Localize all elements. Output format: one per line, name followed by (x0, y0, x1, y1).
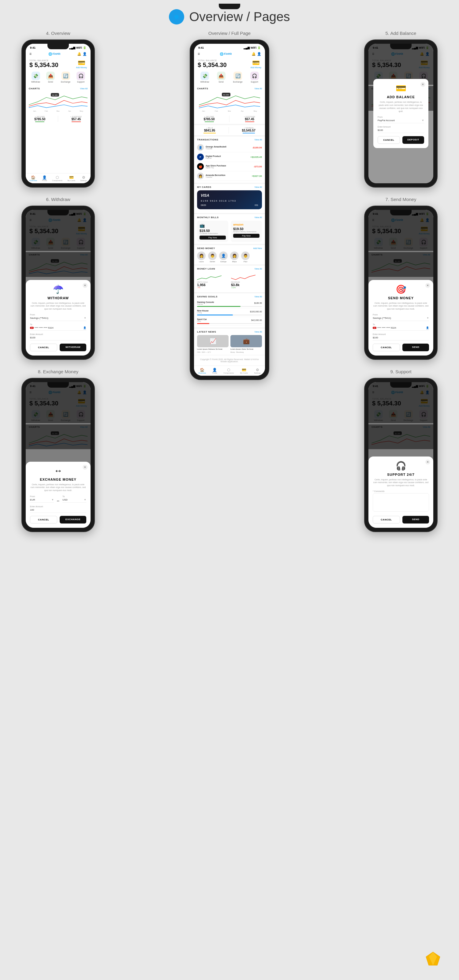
exchange-action[interactable]: 🔄 Exchange (61, 72, 70, 83)
cancel-button-sm[interactable]: CANCEL (373, 344, 400, 351)
card-number: 8156 9624 0018 1753 (201, 199, 258, 202)
battery-icon: 🔋 (83, 46, 86, 49)
exchange-currency-row: From EUR ▼ ↔ To (30, 495, 86, 503)
cancel-button-w[interactable]: CANCEL (30, 344, 57, 351)
news-items: 📈 Lorem Ipsum Delivere Sit Amet CNN · 20… (197, 335, 262, 353)
send-action[interactable]: 📤 Send (46, 72, 55, 83)
to-value-w: M**** **** **** 5324 👤 (30, 326, 86, 331)
withdraw-modal-icon: ☂️ (30, 284, 86, 294)
bottom-nav: 🏠Overview 👤Profile ⬡Components 💳My Cards… (26, 173, 91, 183)
contact-george[interactable]: 👤 George (219, 251, 228, 262)
exchange-button[interactable]: EXCHANGE (60, 516, 86, 523)
amount-value-ex[interactable]: 100 (30, 509, 86, 513)
support-action[interactable]: 🎧 Support (76, 72, 85, 83)
line-chart-svg: $2,395 (29, 91, 88, 110)
modal-close-sm[interactable]: ✕ (426, 283, 430, 288)
ab-modal-icon: 💳 (378, 83, 424, 93)
goal-car: Sport CarCars $42,000.00 (197, 317, 262, 326)
from-value-sm: Savings (**5411) ▼ (373, 317, 429, 321)
withdraw-label: Withdraw (31, 81, 40, 83)
full-page-label: Overview / Full Page (209, 30, 250, 36)
withdraw-modal-desc: Certe, inquam, pertinax non intellegamus… (30, 302, 86, 310)
avatar-icon[interactable]: 👤 (83, 52, 87, 56)
income-item: + INCOME $785.50 (34, 116, 45, 122)
add-balance-modal: ✕ 💳 ADD BALANCE Certe, inquam, pertinax … (373, 79, 429, 148)
nav-overview[interactable]: 🏠Overview (29, 175, 37, 181)
nav-settings[interactable]: ⚙Settings (80, 175, 87, 181)
nav-mycards[interactable]: 💳My Cards (67, 175, 75, 181)
chart-label-jan: Jan (33, 110, 36, 112)
to-currency-value: USD ▼ (62, 498, 86, 503)
support-modal-overlay: ✕ 🎧 SUPPORT 24/7 Certe, inquam, pertinax… (368, 382, 433, 528)
comments-input[interactable] (373, 493, 429, 512)
comments-field: * Comments (373, 490, 429, 513)
trans-avatar-3: 🍎 (197, 163, 204, 170)
support-label: Support (77, 81, 85, 83)
cancel-button-ab[interactable]: CANCEL (378, 136, 400, 144)
app-logo: 🌐 (169, 9, 184, 24)
goal-gaming: Gaming ConsoleGames $189.99 (197, 300, 262, 309)
withdraw-button[interactable]: WITHDRAW (60, 344, 86, 351)
visa-logo: VISA (201, 193, 258, 198)
sup-buttons: CANCEL SEND (373, 516, 429, 523)
from-currency-field: From EUR ▼ (30, 495, 54, 503)
news-1[interactable]: 📈 Lorem Ipsum Delivere Sit Amet CNN · 20… (197, 335, 229, 353)
amazon-pay[interactable]: Pay Now (233, 234, 260, 238)
contact-daniel[interactable]: 👨 Daniel (208, 251, 217, 262)
appletv-logo: 📺 (199, 223, 226, 228)
exchange-label: Exchange (61, 81, 70, 83)
deposit-button[interactable]: DEPOSIT (402, 136, 424, 144)
modal-close-sup[interactable]: ✕ (426, 460, 430, 465)
modal-close-w[interactable]: ✕ (83, 283, 88, 288)
appletv-pay[interactable]: Pay Now (199, 235, 226, 240)
hamburger-icon[interactable]: ≡ (29, 52, 32, 56)
amount-field-ab: Enter Amount $100 (378, 126, 424, 133)
ab-modal-title: ADD BALANCE (378, 95, 424, 99)
cancel-button-sup[interactable]: CANCEL (373, 516, 400, 523)
amount-value-ab[interactable]: $100 (378, 129, 424, 133)
trans-avatar-1: 👤 (197, 144, 204, 151)
from-value-ab: PayPal Account ▼ (378, 119, 424, 123)
contact-laura[interactable]: 👩 Laura (197, 251, 206, 262)
send-money-modal-overlay: ✕ 🎯 SEND MONEY Certe, inquam, pertinax n… (368, 210, 433, 356)
withdraw-icon: 💸 (32, 72, 40, 80)
amount-value-sm[interactable]: $100 (373, 336, 429, 340)
send-button-sup[interactable]: SEND (402, 516, 429, 523)
news-2[interactable]: 💼 Lorem Ipsum Dolor Sit Amet Money · Blo… (230, 335, 262, 353)
nav-components[interactable]: ⬡Components (52, 175, 62, 181)
notification-icon[interactable]: 🔔 (77, 52, 81, 56)
send-label: Send (48, 81, 53, 83)
send-button-sm[interactable]: SEND (402, 344, 429, 351)
card-expiry: 08/20 (201, 204, 206, 206)
exchange-section: 8. Exchange Money 9:41 ▂▄▆WiFi🔋 ≡ 🌐FinHi… (21, 369, 95, 532)
nav-profile[interactable]: 👤Profile (42, 175, 47, 181)
header-icons: 🔔 👤 (77, 52, 87, 56)
withdraw-action[interactable]: 💸 Withdraw (31, 72, 40, 83)
status-bar-full: 9:41 ▂▄▆WiFi🔋 (194, 44, 265, 51)
from-field-sm: From Savings (**5411) ▼ (373, 313, 429, 321)
cancel-button-ex[interactable]: CANCEL (30, 516, 57, 523)
withdraw-modal: ✕ ☂️ WITHDRAW Certe, inquam, pertinax no… (26, 280, 91, 356)
visa-card[interactable]: VISA 8156 9624 0018 1753 08/20 031 (197, 190, 262, 209)
sm-buttons: CANCEL SEND (373, 344, 429, 351)
contact-paul[interactable]: 👨 Paul (241, 251, 250, 262)
appletv-label: TV Media Subscription (199, 232, 226, 234)
modal-close-ex[interactable]: ✕ (83, 465, 88, 470)
charts-title: CHARTS (29, 87, 40, 90)
support-phone: 9:41 ▂▄▆WiFi🔋 ≡ 🌐FinHit 🔔👤 (364, 378, 438, 532)
modal-close-ab[interactable]: ✕ (421, 82, 426, 87)
amount-field-ex: Enter Amount 100 (30, 506, 86, 513)
amount-value-w[interactable]: $100 (30, 336, 86, 340)
contact-maya[interactable]: 👩 Maya (230, 251, 239, 262)
send-money-phone: 9:41 ▂▄▆WiFi🔋 ≡ 🌐FinHit 🔔👤 (364, 205, 438, 360)
amazon-logo: amazon (233, 223, 260, 226)
sketch-icon (426, 951, 441, 968)
withdraw-phone: 9:41 ▂▄▆WiFi🔋 ≡ 🌐FinHit 🔔👤 (21, 205, 95, 360)
view-all-charts[interactable]: View All (80, 88, 88, 90)
add-money-button[interactable]: Add Money (76, 67, 87, 68)
wifi-icon: WiFi (76, 46, 82, 49)
exchange-modal-desc: Certe, inquam, pertinax non intellegamus… (30, 483, 86, 492)
income-bar (35, 121, 45, 122)
to-field-w: To M**** **** **** 5324 👤 (30, 323, 86, 331)
amazon-label: Amazon Money Subscription (233, 231, 260, 232)
